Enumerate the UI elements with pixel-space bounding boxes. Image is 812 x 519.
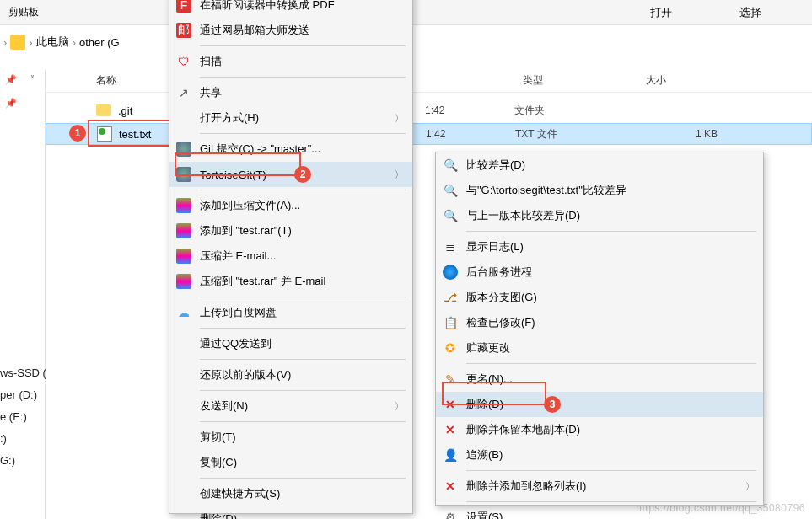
menu-netease-send[interactable]: 邮通过网易邮箱大师发送 [169, 18, 412, 43]
file-size: 1 KB [696, 128, 718, 140]
menu-separator [200, 190, 406, 190]
menu-baidu-upload[interactable]: ☁上传到百度网盘 [169, 300, 412, 325]
menu-separator [200, 359, 406, 360]
chevron-right-icon: 〉 [395, 112, 404, 125]
annotation-badge-1: 1 [69, 125, 86, 142]
menu-add-testrar[interactable]: 添加到 "test.rar"(T) [169, 218, 412, 243]
menu-separator [200, 421, 406, 422]
archive-icon [176, 274, 191, 289]
pdf-icon: F [176, 0, 191, 13]
sidebar-item[interactable]: per (D:) [0, 384, 46, 406]
file-type: 文件夹 [514, 104, 545, 118]
context-menu-main: F在福昕阅读器中转换成 PDF 邮通过网易邮箱大师发送 🛡扫描 ↗共享 打开方式… [169, 0, 413, 514]
log-icon: ≣ [443, 239, 458, 254]
submenu-daemon[interactable]: 后台服务进程 [436, 260, 763, 285]
file-row-git[interactable]: .git 1:42 文件夹 [46, 99, 812, 121]
menu-zip-email[interactable]: 压缩并 E-mail... [169, 243, 412, 269]
tortoise-icon [176, 167, 191, 182]
menu-share[interactable]: ↗共享 [169, 80, 412, 105]
sidebar-item[interactable]: G:) [0, 450, 46, 472]
menu-separator [466, 470, 756, 471]
pencil-icon: ✎ [443, 372, 458, 387]
submenu-checkmods[interactable]: 📋检查已修改(F) [436, 310, 763, 335]
submenu-showlog[interactable]: ≣显示日志(L) [436, 234, 763, 260]
menu-separator [200, 478, 406, 479]
chevron-right-icon: 〉 [395, 400, 404, 413]
submenu-add-ignore[interactable]: ✕删除并添加到忽略列表(I)〉 [436, 474, 763, 499]
branch-icon: ⎇ [443, 290, 458, 305]
menu-separator [200, 297, 406, 297]
gear-icon: ⚙ [443, 510, 458, 519]
submenu-rename[interactable]: ✎更名(N)... [436, 367, 763, 392]
breadcrumb-pc[interactable]: 此电脑 [36, 35, 69, 50]
menu-openwith[interactable]: 打开方式(H)〉 [169, 105, 412, 131]
annotation-box-1 [88, 120, 172, 147]
menu-shortcut[interactable]: 创建快捷方式(S) [169, 481, 412, 506]
delete-icon: ✕ [443, 422, 458, 437]
file-time: 1:42 [425, 104, 444, 116]
menu-separator [200, 45, 406, 46]
magnifier-icon: 🔍 [443, 208, 458, 223]
breadcrumb-drive[interactable]: other (G [79, 36, 120, 49]
submenu-diff-prev[interactable]: 🔍与上一版本比较差异(D) [436, 203, 763, 228]
chevron-right-icon[interactable]: › [3, 36, 7, 49]
ribbon-open[interactable]: 打开 [650, 5, 672, 20]
magnifier-icon: 🔍 [443, 158, 458, 173]
chevron-right-icon[interactable]: › [29, 36, 32, 49]
menu-git-commit[interactable]: Git 提交(C) -> "master"... [169, 136, 412, 162]
menu-separator [466, 501, 756, 502]
menu-delete[interactable]: 删除(D) [169, 506, 412, 519]
delete-icon: ✕ [443, 397, 458, 412]
menu-qq-send[interactable]: 通过QQ发送到 [169, 331, 412, 356]
menu-add-archive[interactable]: 添加到压缩文件(A)... [169, 193, 412, 218]
chevron-right-icon[interactable]: › [73, 36, 76, 49]
submenu-delete[interactable]: ✕删除(D)3 [436, 392, 763, 417]
archive-icon [176, 223, 191, 238]
menu-separator [200, 390, 406, 391]
ribbon-select[interactable]: 选择 [739, 5, 761, 20]
folder-icon [96, 104, 111, 116]
menu-tortoisegit[interactable]: TortoiseGit(T)2〉 [169, 162, 412, 187]
menu-foxit-pdf[interactable]: F在福昕阅读器中转换成 PDF [169, 0, 412, 18]
menu-cut[interactable]: 剪切(T) [169, 425, 412, 450]
file-type: TXT 文件 [515, 127, 557, 142]
shield-icon: 🛡 [176, 54, 191, 69]
col-size[interactable]: 大小 [637, 73, 675, 88]
submenu-diff-path[interactable]: 🔍与"G:\tortoisegit\test.txt"比较差异 [436, 178, 763, 203]
submenu-diff[interactable]: 🔍比较差异(D) [436, 152, 763, 178]
submenu-stash[interactable]: ✪贮藏更改 [436, 335, 763, 361]
menu-separator [466, 363, 756, 364]
menu-restore-version[interactable]: 还原以前的版本(V) [169, 362, 412, 388]
menu-zip-test-email[interactable]: 压缩到 "test.rar" 并 E-mail [169, 269, 412, 294]
submenu-revgraph[interactable]: ⎇版本分支图(G) [436, 285, 763, 310]
cloud-icon: ☁ [176, 305, 191, 320]
globe-icon [443, 265, 458, 280]
menu-separator [466, 231, 756, 232]
submenu-settings[interactable]: ⚙设置(S) [436, 505, 763, 519]
sidebar-item[interactable]: :) [0, 428, 46, 450]
breadcrumb[interactable]: › › 此电脑 › other (G [0, 32, 120, 52]
star-icon: ✪ [443, 340, 458, 356]
archive-icon [176, 249, 191, 264]
chevron-right-icon: 〉 [745, 480, 755, 493]
col-type[interactable]: 类型 [514, 73, 551, 88]
menu-sendto[interactable]: 发送到(N)〉 [169, 393, 412, 419]
checklist-icon: 📋 [443, 315, 458, 330]
menu-copy[interactable]: 复制(C) [169, 450, 412, 475]
sidebar-item[interactable]: e (E:) [0, 406, 46, 428]
magnifier-icon: 🔍 [443, 183, 458, 198]
sidebar-drives: ws-SSD ( per (D:) e (E:) :) G:) [0, 362, 46, 472]
menu-scan[interactable]: 🛡扫描 [169, 49, 412, 74]
column-headers: 名称 类型 大小 [46, 69, 812, 93]
blame-icon: 👤 [443, 447, 458, 463]
annotation-badge-2: 2 [294, 166, 311, 183]
git-icon [176, 142, 191, 157]
submenu-delete-keep[interactable]: ✕删除并保留本地副本(D) [436, 417, 763, 442]
file-name: .git [118, 104, 132, 117]
mail-icon: 邮 [176, 23, 191, 38]
submenu-blame[interactable]: 👤追溯(B) [436, 442, 763, 468]
sidebar-item[interactable]: ws-SSD ( [0, 362, 46, 384]
context-menu-tortoisegit: 🔍比较差异(D) 🔍与"G:\tortoisegit\test.txt"比较差异… [435, 152, 764, 506]
annotation-badge-3: 3 [544, 396, 561, 413]
ribbon-clipboard-label: 剪贴板 [0, 2, 47, 23]
